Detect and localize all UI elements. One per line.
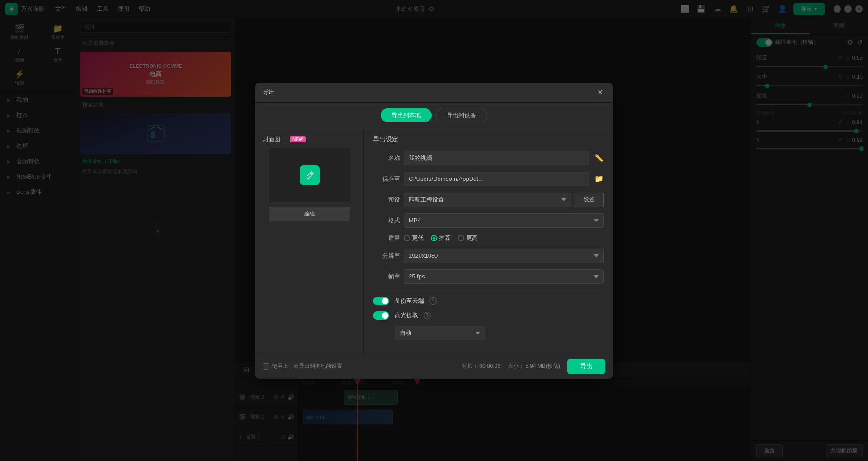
highlight-help-icon[interactable]: ? <box>424 312 431 319</box>
quality-recommend[interactable]: 推荐 <box>431 234 451 242</box>
cover-thumbnail[interactable] <box>269 148 350 202</box>
tab-device-label: 导出到设备 <box>447 112 476 118</box>
setting-preset-row: 预设 匹配工程设置 设置 <box>373 193 604 207</box>
save-path-input[interactable] <box>404 172 589 186</box>
settings-title: 导出设定 <box>373 136 604 144</box>
quality-lower-circle <box>404 235 410 241</box>
setting-framerate-row: 帧率 25 fps <box>373 269 604 284</box>
highlight-dropdown-row: 自动 <box>395 326 604 340</box>
format-label: 格式 <box>373 216 400 225</box>
save-label: 保存至 <box>373 175 400 183</box>
size-value: 5.94 MB(预估) <box>525 363 560 369</box>
duration-label: 时长： 00:00:06 <box>462 362 500 370</box>
modal-close-icon: ✕ <box>597 88 603 97</box>
use-last-settings-checkbox[interactable] <box>263 363 269 370</box>
modal-tabs: 导出到本地 导出到设备 <box>255 103 613 128</box>
modal-overlay: 导出 ✕ 导出到本地 导出到设备 封面图： NEW <box>0 0 868 461</box>
cloud-toggle[interactable] <box>373 297 389 305</box>
size-key: 大小： <box>508 363 524 369</box>
name-label: 名称 <box>373 154 400 162</box>
quality-recommend-dot <box>433 237 435 240</box>
modal-settings-section: 导出设定 名称 ✏️ 保存至 📁 预设 匹配工程设置 <box>364 128 613 354</box>
framerate-select[interactable]: 25 fps <box>404 269 604 284</box>
cover-label-row: 封面图： NEW <box>263 136 356 144</box>
ai-icon[interactable]: ✏️ <box>594 154 604 162</box>
setting-name-row: 名称 ✏️ <box>373 151 604 165</box>
quality-recommend-label: 推荐 <box>439 234 451 242</box>
quality-radio-group: 更低 推荐 更高 <box>404 234 478 242</box>
setting-quality-row: 质量 更低 推荐 <box>373 234 604 242</box>
quality-higher[interactable]: 更高 <box>458 234 478 242</box>
highlight-mode-select[interactable]: 自动 <box>395 326 485 340</box>
tab-export-local[interactable]: 导出到本地 <box>381 108 432 122</box>
quality-lower[interactable]: 更低 <box>404 234 424 242</box>
cloud-toggle-thumb <box>382 298 388 304</box>
setting-resolution-row: 分辨率 1920x1080 <box>373 249 604 263</box>
cloud-help-icon[interactable]: ? <box>429 297 437 305</box>
framerate-label: 帧率 <box>373 273 400 281</box>
resolution-select[interactable]: 1920x1080 <box>404 249 604 263</box>
preset-label: 预设 <box>373 196 400 204</box>
setting-format-row: 格式 MP4 <box>373 213 604 228</box>
modal-body: 封面图： NEW 编辑 导出设定 名称 ✏️ <box>255 128 613 354</box>
preset-settings-button[interactable]: 设置 <box>575 193 604 207</box>
settings-divider <box>373 290 604 291</box>
export-modal: 导出 ✕ 导出到本地 导出到设备 封面图： NEW <box>255 83 613 379</box>
setting-save-row: 保存至 📁 <box>373 172 604 186</box>
new-badge: NEW <box>290 136 306 142</box>
cover-edit-button[interactable]: 编辑 <box>269 207 350 221</box>
highlight-toggle-thumb <box>382 312 388 319</box>
preset-select[interactable]: 匹配工程设置 <box>404 193 571 207</box>
quality-higher-circle <box>458 235 464 241</box>
duration-key: 时长： <box>462 363 478 369</box>
highlight-toggle-label: 高光提取 <box>395 311 418 320</box>
tab-local-label: 导出到本地 <box>392 112 421 118</box>
toggle-highlight-row: 高光提取 ? <box>373 311 604 320</box>
tab-export-device[interactable]: 导出到设备 <box>435 108 487 122</box>
cloud-toggle-label: 备份至云端 <box>395 297 424 305</box>
modal-cover-section: 封面图： NEW 编辑 <box>255 128 364 354</box>
quality-recommend-circle <box>431 235 437 241</box>
name-input[interactable] <box>404 151 589 165</box>
cover-edit-icon <box>300 165 320 185</box>
toggle-cloud-row: 备份至云端 ? <box>373 297 604 305</box>
modal-footer: 使用上一次导出到本地的设置 时长： 00:00:06 大小： 5.94 MB(预… <box>255 354 613 379</box>
resolution-label: 分辨率 <box>373 252 400 260</box>
quality-label: 质量 <box>373 234 400 242</box>
modal-close-button[interactable]: ✕ <box>594 87 605 98</box>
duration-value: 00:00:06 <box>479 363 500 369</box>
quality-higher-label: 更高 <box>466 234 478 242</box>
highlight-toggle[interactable] <box>373 311 389 320</box>
folder-icon[interactable]: 📁 <box>594 174 604 183</box>
quality-lower-label: 更低 <box>412 234 424 242</box>
size-label: 大小： 5.94 MB(预估) <box>508 362 560 370</box>
modal-header: 导出 ✕ <box>255 83 613 103</box>
use-last-settings-row: 使用上一次导出到本地的设置 <box>263 362 454 370</box>
export-modal-button[interactable]: 导出 <box>567 359 605 374</box>
format-select[interactable]: MP4 <box>404 213 604 228</box>
use-last-settings-label: 使用上一次导出到本地的设置 <box>272 362 342 370</box>
modal-title: 导出 <box>263 88 275 96</box>
cover-label: 封面图： <box>263 136 286 144</box>
